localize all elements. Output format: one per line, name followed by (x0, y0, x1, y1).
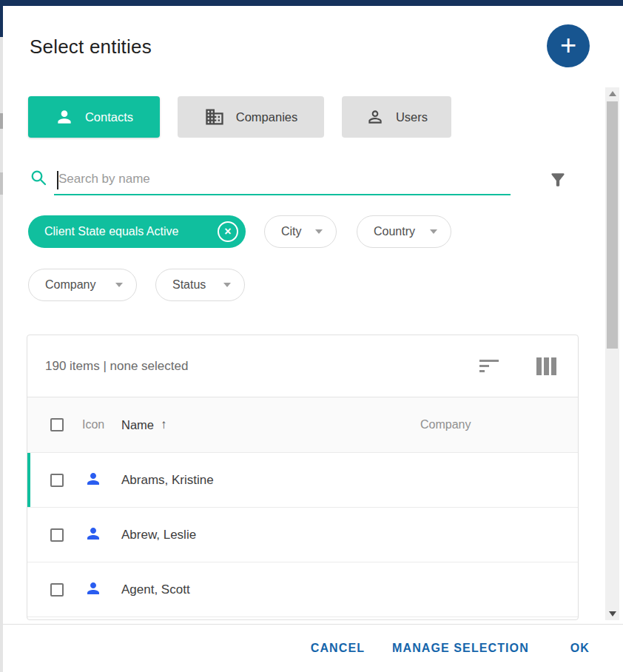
filter-chip-status[interactable]: Status (155, 269, 245, 301)
plus-icon: + (560, 31, 576, 59)
tab-label: Users (396, 110, 428, 124)
row-focus-accent (27, 453, 30, 507)
select-entities-dialog-screen: Select entities + Contacts Companies (0, 0, 623, 672)
contact-person-icon (84, 470, 102, 491)
person-outline-icon (366, 107, 385, 127)
columns-icon[interactable] (536, 357, 556, 375)
column-header-name[interactable]: Name ↑ (121, 417, 167, 432)
vertical-scrollbar[interactable] (605, 87, 619, 620)
row-checkbox[interactable] (50, 474, 64, 487)
scroll-down-arrow-icon[interactable] (605, 608, 619, 620)
chip-label: Company (45, 278, 95, 292)
dialog-title: Select entities (30, 36, 152, 58)
scroll-up-arrow-icon[interactable] (605, 87, 619, 100)
list-end-divider (27, 616, 578, 620)
manage-selection-button[interactable]: MANAGE SELECTION (392, 642, 529, 655)
entity-type-tabs: Contacts Companies Users (28, 96, 451, 138)
select-all-checkbox[interactable] (50, 418, 64, 431)
chip-label: Status (172, 278, 206, 292)
tab-label: Contacts (85, 110, 133, 124)
dialog-footer: CANCEL MANAGE SELECTION OK (3, 625, 623, 672)
items-summary: 190 items | none selected (45, 359, 479, 374)
search-input[interactable] (54, 164, 511, 195)
building-icon (204, 107, 225, 127)
tab-users[interactable]: Users (342, 96, 451, 138)
contact-person-icon (84, 579, 102, 600)
sort-ascending-icon: ↑ (161, 417, 167, 432)
chip-label: City (281, 225, 302, 238)
filter-icon[interactable] (548, 170, 570, 192)
page-left-edge-segment (0, 172, 3, 195)
add-entity-button[interactable]: + (547, 24, 590, 67)
tab-label: Companies (236, 110, 297, 124)
table-row[interactable]: Abrams, Kristine (27, 452, 578, 507)
chevron-down-icon (223, 283, 231, 287)
search-icon (30, 169, 47, 189)
contact-person-icon (84, 525, 102, 545)
filter-chip-client-state[interactable]: Client State equals Active × (28, 215, 246, 248)
filter-chip-country[interactable]: Country (357, 215, 451, 248)
column-header-icon: Icon (82, 418, 104, 431)
scrollbar-thumb[interactable] (607, 101, 618, 349)
ok-button[interactable]: OK (570, 642, 590, 655)
text-cursor (57, 171, 58, 189)
row-name: Abrew, Leslie (121, 528, 196, 542)
page-left-edge (0, 6, 3, 672)
results-list-card: 190 items | none selected Icon Name ↑ (27, 335, 579, 620)
filter-chip-company[interactable]: Company (28, 269, 137, 301)
chip-label: Client State equals Active (44, 225, 218, 238)
chevron-down-icon (315, 229, 323, 234)
row-name: Agent, Scott (121, 582, 190, 597)
chevron-down-icon (115, 283, 123, 287)
remove-filter-icon[interactable]: × (218, 221, 238, 242)
filter-chip-city[interactable]: City (264, 215, 337, 248)
tab-companies[interactable]: Companies (178, 96, 324, 138)
cancel-button[interactable]: CANCEL (311, 642, 365, 655)
row-checkbox[interactable] (50, 528, 64, 542)
table-row[interactable]: Abrew, Leslie (27, 507, 578, 562)
page-left-edge-navy (0, 6, 3, 37)
person-icon (55, 107, 74, 127)
row-checkbox[interactable] (50, 583, 64, 597)
chip-label: Country (374, 225, 415, 238)
select-entities-dialog: Select entities + Contacts Companies (3, 6, 623, 672)
page-top-edge (0, 0, 623, 6)
table-header-row: Icon Name ↑ Company (27, 397, 578, 452)
column-header-company[interactable]: Company (420, 418, 471, 431)
table-row[interactable]: Agent, Scott (27, 562, 578, 616)
sort-icon[interactable] (479, 360, 499, 372)
chevron-down-icon (430, 229, 437, 234)
tab-contacts[interactable]: Contacts (28, 96, 160, 138)
row-name: Abrams, Kristine (121, 473, 214, 488)
page-left-edge-segment (0, 113, 3, 129)
list-toolbar: 190 items | none selected (27, 335, 578, 397)
